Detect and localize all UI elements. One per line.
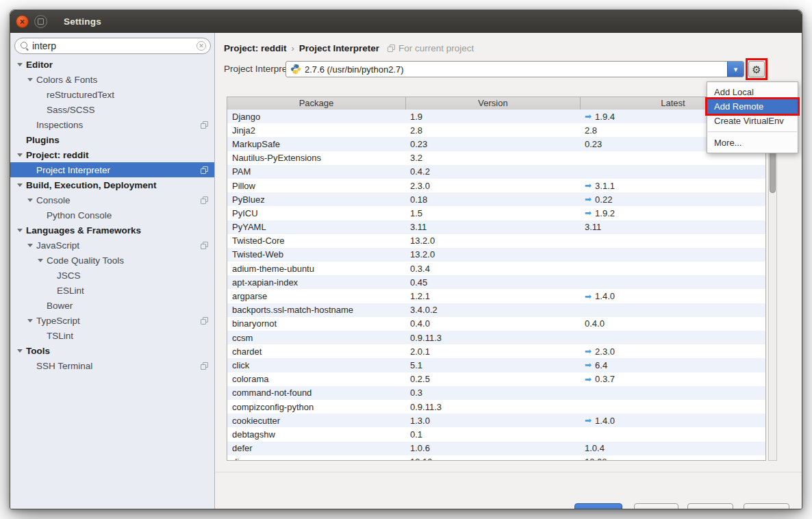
table-row[interactable]: PyICU1.5➡1.9.2	[227, 206, 765, 220]
expand-arrow-icon[interactable]	[17, 229, 26, 232]
tree-item[interactable]: JSCS	[10, 268, 214, 283]
tree-item[interactable]: Editor	[10, 57, 214, 72]
menu-item[interactable]: Add Local	[707, 85, 798, 99]
expand-arrow-icon[interactable]	[17, 63, 26, 66]
tree-item[interactable]: Bower	[10, 298, 214, 313]
table-row[interactable]: backports.ssl-match-hostname3.4.0.2	[227, 303, 765, 317]
tree-item[interactable]: ESLint	[10, 283, 214, 298]
table-row[interactable]: Jinja22.82.8	[227, 123, 765, 137]
help-button[interactable]: Help	[744, 503, 789, 509]
scrollbar-thumb[interactable]	[770, 151, 776, 193]
expand-arrow-icon[interactable]	[27, 244, 36, 247]
ok-button[interactable]: OK	[574, 503, 622, 509]
tree-item[interactable]: reStructuredText	[10, 87, 214, 102]
table-row[interactable]: PyYAML3.113.11	[227, 220, 765, 234]
cell-latest: 13.08	[580, 457, 765, 460]
apply-button[interactable]: Apply	[687, 503, 733, 509]
cell-package: dirspec	[227, 457, 405, 460]
footer: OK Cancel Apply Help	[215, 472, 802, 509]
tree-item-label: TypeScript	[36, 316, 80, 326]
table-row[interactable]: click5.1➡6.4	[227, 358, 765, 372]
tree-item[interactable]: SSH Terminal	[10, 358, 214, 373]
table-row[interactable]: compizconfig-python0.9.11.3	[227, 400, 765, 414]
tree-item[interactable]: Inspections	[10, 117, 214, 132]
interpreter-combobox[interactable]: 2.7.6 (/usr/bin/python2.7) ▾	[286, 61, 744, 77]
table-row[interactable]: Pillow2.3.0➡3.1.1	[227, 179, 765, 192]
cell-package: MarkupSafe	[227, 139, 405, 149]
cell-latest: ➡0.22	[580, 194, 765, 205]
gear-button[interactable]: ⚙	[748, 61, 765, 77]
search-input[interactable]	[32, 40, 196, 51]
combobox-dropdown-button[interactable]: ▾	[727, 62, 744, 77]
cell-package: colorama	[227, 374, 405, 384]
latest-version-text: 2.3.0	[595, 346, 615, 357]
latest-version-text: 1.0.4	[585, 443, 605, 453]
table-row[interactable]: MarkupSafe0.230.23	[227, 137, 765, 151]
latest-version-text: 1.9.4	[595, 112, 615, 122]
table-row[interactable]: chardet2.0.1➡2.3.0	[227, 344, 765, 358]
expand-arrow-icon[interactable]	[27, 78, 36, 81]
table-row[interactable]: Twisted-Core13.2.0	[227, 234, 765, 248]
cell-latest: ➡2.3.0	[580, 346, 765, 357]
table-row[interactable]: apt-xapian-index0.45	[227, 275, 765, 289]
table-row[interactable]: defer1.0.61.0.4	[227, 442, 765, 455]
copy-settings-icon	[201, 362, 208, 370]
cell-version: 13.10	[405, 457, 580, 460]
tree-item[interactable]: Console	[10, 192, 214, 207]
expand-arrow-icon[interactable]	[27, 199, 36, 202]
column-header-package[interactable]: Package	[227, 97, 405, 110]
table-row[interactable]: Django1.9➡1.9.4	[227, 110, 765, 123]
cancel-button[interactable]: Cancel	[634, 503, 678, 509]
table-row[interactable]: PAM0.4.2	[227, 165, 765, 179]
table-row[interactable]: argparse1.2.1➡1.4.0	[227, 289, 765, 303]
column-header-version[interactable]: Version	[405, 97, 580, 110]
tree-item[interactable]: Colors & Fonts	[10, 72, 214, 87]
maximize-button[interactable]	[34, 15, 47, 28]
tree-item[interactable]: Project: reddit	[10, 147, 214, 162]
clear-search-icon[interactable]: ✕	[196, 41, 206, 51]
settings-search-box[interactable]: ✕	[14, 38, 211, 54]
cell-package: Django	[227, 112, 405, 122]
tree-item[interactable]: Plugins	[10, 132, 214, 147]
cell-latest: ➡6.4	[580, 360, 765, 370]
menu-item[interactable]: More...	[707, 136, 798, 150]
tree-item-label: TSLint	[47, 331, 73, 341]
table-row[interactable]: PyBluez0.18➡0.22	[227, 192, 765, 206]
cell-package: binaryornot	[227, 318, 405, 329]
tree-item[interactable]: TypeScript	[10, 313, 214, 328]
tree-item[interactable]: TSLint	[10, 328, 214, 343]
tree-item[interactable]: Project Interpreter	[10, 162, 214, 177]
tree-item[interactable]: Sass/SCSS	[10, 102, 214, 117]
tree-item[interactable]: Tools	[10, 343, 214, 358]
tree-item-label: Console	[36, 195, 71, 205]
tree-item[interactable]: Languages & Frameworks	[10, 223, 214, 238]
expand-arrow-icon[interactable]	[17, 153, 26, 157]
table-row[interactable]: Twisted-Web13.2.0	[227, 248, 765, 262]
expand-arrow-icon[interactable]	[27, 319, 36, 322]
table-row[interactable]: ccsm0.9.11.3	[227, 331, 765, 344]
tree-item[interactable]: Python Console	[10, 207, 214, 223]
table-row[interactable]: binaryornot0.4.00.4.0	[227, 317, 765, 331]
expand-arrow-icon[interactable]	[17, 183, 26, 187]
table-row[interactable]: cookiecutter1.3.0➡1.4.0	[227, 414, 765, 427]
cell-package: ccsm	[227, 333, 405, 343]
expand-arrow-icon[interactable]	[38, 259, 47, 262]
table-row[interactable]: adium-theme-ubuntu0.3.4	[227, 262, 765, 275]
tree-item[interactable]: JavaScript	[10, 238, 214, 253]
cell-package: command-not-found	[227, 388, 405, 398]
table-row[interactable]: debtagshw0.1	[227, 427, 765, 441]
table-row[interactable]: command-not-found0.3	[227, 386, 765, 400]
tree-item[interactable]: Build, Execution, Deployment	[10, 177, 214, 192]
table-row[interactable]: Nautilus-PyExtensions3.2	[227, 151, 765, 165]
table-row[interactable]: colorama0.2.5➡0.3.7	[227, 372, 765, 386]
upgrade-arrow-icon: ➡	[585, 181, 592, 190]
expand-arrow-icon[interactable]	[17, 349, 26, 353]
latest-version-text: 3.1.1	[595, 181, 615, 191]
table-row[interactable]: dirspec13.1013.08	[227, 455, 765, 460]
tree-item[interactable]: Code Quality Tools	[10, 253, 214, 268]
close-button[interactable]: ×	[16, 15, 29, 28]
menu-item[interactable]: Create VirtualEnv	[707, 114, 798, 128]
menu-item[interactable]: Add Remote	[707, 99, 798, 114]
cell-package: PyICU	[227, 208, 405, 218]
menu-separator	[708, 131, 797, 132]
